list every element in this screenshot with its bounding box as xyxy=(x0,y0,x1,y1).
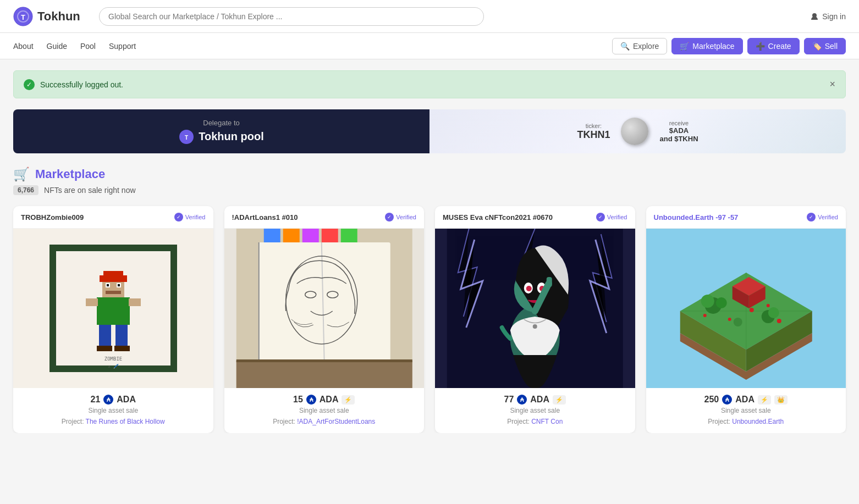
ad-coin-graphic xyxy=(621,118,648,145)
nft-1-price-row: 21 ₳ ADA xyxy=(13,388,213,407)
success-message: Successfully logged out. xyxy=(40,80,123,89)
close-banner-button[interactable]: × xyxy=(829,79,835,90)
nav-about[interactable]: About xyxy=(13,42,34,51)
nft-2-price-row: 15 ₳ ADA ⚡ xyxy=(224,388,425,407)
success-icon: ✓ xyxy=(24,79,35,90)
success-banner: ✓ Successfully logged out. × xyxy=(13,70,846,98)
svg-point-57 xyxy=(701,295,714,308)
nft-2-price: 15 xyxy=(293,395,303,405)
svg-point-68 xyxy=(777,319,781,323)
nft-1-currency: ADA xyxy=(117,395,136,405)
explore-icon: 🔍 xyxy=(620,42,630,51)
nft-4-verified-icon: ✓ xyxy=(807,213,816,221)
svg-rect-13 xyxy=(107,284,109,286)
nft-3-verified-label: Verified xyxy=(607,214,627,220)
nft-4-price: 250 xyxy=(704,395,719,405)
ad-banner: Delegate to T Tokhun pool ticker: TKHN1 … xyxy=(13,109,846,153)
nft-2-project-name[interactable]: !ADA_ArtForStudentLoans xyxy=(297,418,375,425)
ad-pool-text: Tokhun pool xyxy=(199,130,264,143)
svg-point-65 xyxy=(749,308,753,312)
nft-3-price: 77 xyxy=(504,395,514,405)
nft-1-artwork: ZOMBIE ⚔️ 🖊️ xyxy=(47,242,179,374)
success-message-area: ✓ Successfully logged out. xyxy=(24,79,123,90)
nft-4-name: Unbounded.Earth -97 -57 xyxy=(654,213,739,221)
nft-4-currency: ADA xyxy=(735,395,755,405)
marketplace-button[interactable]: 🛒 Marketplace xyxy=(671,38,742,54)
nft-2-name: !ADArtLoans1 #010 xyxy=(232,213,298,221)
nft-3-project: Project: CNFT Con xyxy=(435,418,635,433)
nft-card-1[interactable]: TROBHZombie009 ✓ Verified xyxy=(13,206,213,433)
nft-count-badge: 6,766 xyxy=(13,185,38,195)
nft-2-currency: ADA xyxy=(320,395,339,405)
nft-2-sale-type: Single asset sale xyxy=(224,407,425,418)
svg-point-60 xyxy=(768,307,779,318)
ad-receive-label: receive xyxy=(659,120,698,126)
explore-button[interactable]: 🔍 Explore xyxy=(612,38,667,54)
nft-card-4[interactable]: Unbounded.Earth -97 -57 ✓ Verified xyxy=(646,206,846,433)
svg-rect-15 xyxy=(106,291,121,294)
svg-rect-38 xyxy=(236,359,412,362)
nft-4-artwork xyxy=(646,229,846,388)
header-right: Sign in xyxy=(810,12,846,21)
nft-4-verified: ✓ Verified xyxy=(807,213,838,221)
nft-4-project-label: Project: xyxy=(708,418,730,425)
nft-3-ada-icon: ₳ xyxy=(517,395,527,405)
svg-rect-22 xyxy=(114,346,130,351)
logo-icon: T xyxy=(13,7,33,26)
nft-3-name: MUSES Eva cNFTcon2021 #0670 xyxy=(443,213,553,221)
nft-4-ada-icon: ₳ xyxy=(722,395,732,405)
svg-rect-21 xyxy=(97,346,112,351)
nft-1-project-label: Project: xyxy=(62,418,84,425)
nft-4-project-name[interactable]: Unbounded.Earth xyxy=(732,418,784,425)
svg-point-61 xyxy=(733,318,742,326)
nft-3-artwork xyxy=(435,229,635,388)
svg-point-66 xyxy=(728,318,731,321)
svg-rect-10 xyxy=(103,271,123,276)
nav: About Guide Pool Support 🔍 Explore 🛒 Mar… xyxy=(0,33,859,59)
nft-4-image xyxy=(646,229,846,388)
create-button[interactable]: ➕ Create xyxy=(747,38,800,54)
nft-4-sale-type: Single asset sale xyxy=(646,407,846,418)
nft-card-2[interactable]: !ADArtLoans1 #010 ✓ Verified xyxy=(224,206,425,433)
explore-label: Explore xyxy=(633,42,659,51)
nft-card-3[interactable]: MUSES Eva cNFTcon2021 #0670 ✓ Verified xyxy=(435,206,635,433)
nft-1-sale-type: Single asset sale xyxy=(13,407,213,418)
logo-text: Tokhun xyxy=(37,9,80,24)
ad-receive-section: receive $ADAand $TKHN xyxy=(659,120,698,143)
sign-in-button[interactable]: Sign in xyxy=(810,12,846,21)
nft-card-3-header: MUSES Eva cNFTcon2021 #0670 ✓ Verified xyxy=(435,206,635,229)
ad-right-section: ticker: TKHN1 receive $ADAand $TKHN xyxy=(430,109,846,153)
ad-ticker-section: ticker: TKHN1 xyxy=(577,123,610,141)
sell-button[interactable]: 🏷️ Sell xyxy=(804,38,846,54)
sell-label: Sell xyxy=(825,42,838,51)
nft-1-verified: ✓ Verified xyxy=(174,213,206,221)
svg-rect-37 xyxy=(236,361,412,388)
logo[interactable]: T Tokhun xyxy=(13,7,90,26)
svg-rect-19 xyxy=(99,325,111,347)
user-icon xyxy=(810,12,819,21)
nft-1-name: TROBHZombie009 xyxy=(21,213,84,221)
ad-receive-value: $ADAand $TKHN xyxy=(659,126,698,143)
search-input[interactable] xyxy=(99,7,484,26)
nft-1-project-name[interactable]: The Runes of Black Hollow xyxy=(86,418,165,425)
nft-3-verified: ✓ Verified xyxy=(596,213,627,221)
nft-2-project: Project: !ADA_ArtForStudentLoans xyxy=(224,418,425,433)
nav-guide[interactable]: Guide xyxy=(47,42,67,51)
nft-2-verified-icon: ✓ xyxy=(385,213,394,221)
nft-1-verified-icon: ✓ xyxy=(174,213,183,221)
header: T Tokhun Sign in xyxy=(0,0,859,33)
svg-rect-20 xyxy=(115,325,128,347)
ad-tokhun-icon: T xyxy=(179,129,194,145)
nft-1-project: Project: The Runes of Black Hollow xyxy=(13,418,213,433)
nft-3-project-name[interactable]: CNFT Con xyxy=(531,418,563,425)
nft-3-lightning: ⚡ xyxy=(553,395,566,405)
ad-delegate-label: Delegate to xyxy=(203,119,240,127)
nft-4-verified-label: Verified xyxy=(818,214,838,220)
marketplace-basket-icon: 🛒 xyxy=(13,167,30,182)
nav-pool[interactable]: Pool xyxy=(80,42,96,51)
nft-card-2-header: !ADArtLoans1 #010 ✓ Verified xyxy=(224,206,425,229)
nft-card-1-header: TROBHZombie009 ✓ Verified xyxy=(13,206,213,229)
nav-support[interactable]: Support xyxy=(109,42,136,51)
marketplace-label: Marketplace xyxy=(692,42,734,51)
marketplace-subtitle-text: NFTs are on sale right now xyxy=(44,186,136,195)
